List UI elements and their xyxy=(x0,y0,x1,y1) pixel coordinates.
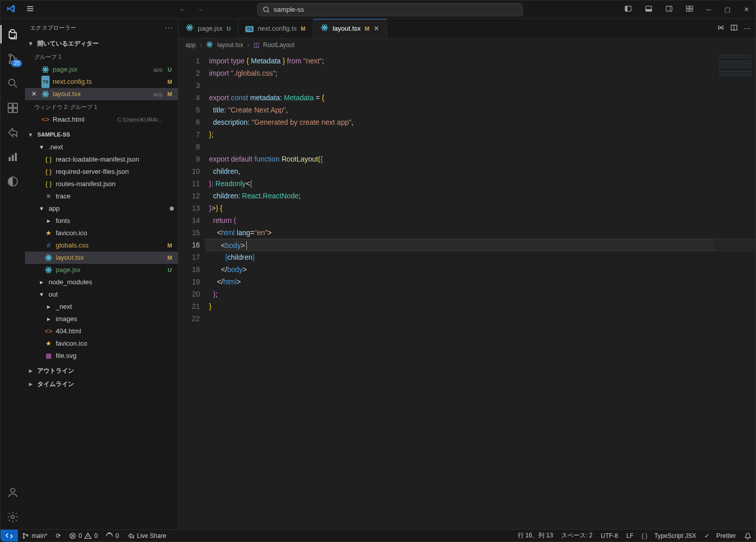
more-actions-button[interactable]: ⋯ xyxy=(744,25,750,32)
code-line[interactable]: export const metadata: Metadata = { xyxy=(205,92,755,104)
activity-account[interactable] xyxy=(1,480,25,505)
window-close-button[interactable]: ✕ xyxy=(740,4,753,15)
code-line[interactable]: }: Readonly<{ xyxy=(205,177,755,190)
open-editor-item[interactable]: page.jsxappU xyxy=(25,63,178,76)
editor-tab[interactable]: page.jsxU xyxy=(178,19,238,38)
layout-left-icon[interactable] xyxy=(621,3,636,16)
code-line[interactable]: {children} xyxy=(205,251,755,263)
folder-item[interactable]: ▸images xyxy=(25,313,178,325)
open-editor-item[interactable]: TSnext.config.tsM xyxy=(25,76,178,88)
sidebar-more-button[interactable]: ⋯ xyxy=(165,23,173,33)
symbol-icon: ◫ xyxy=(254,41,259,49)
folder-item[interactable]: ▸_next xyxy=(25,301,178,313)
folder-item[interactable]: ▸fonts xyxy=(25,215,178,227)
open-editor-item[interactable]: ✕layout.tsxappM xyxy=(25,88,178,100)
svg-point-22 xyxy=(11,488,15,492)
file-item[interactable]: { }routes-manifest.json xyxy=(25,178,178,190)
compare-changes-button[interactable] xyxy=(717,24,724,33)
react-icon xyxy=(44,254,53,262)
nav-back-button[interactable]: ← xyxy=(175,5,190,14)
code-line[interactable] xyxy=(205,141,755,153)
command-center-search[interactable]: sample-ss xyxy=(257,3,523,16)
file-item[interactable]: <>404.html xyxy=(25,325,178,337)
activity-explorer[interactable] xyxy=(1,22,25,47)
file-item[interactable]: ★favicon.ico xyxy=(25,227,178,239)
encoding-status[interactable]: UTF-8 xyxy=(597,530,622,541)
code-line[interactable] xyxy=(205,312,755,325)
activity-liveshare[interactable] xyxy=(1,120,25,145)
code-line[interactable]: </body> xyxy=(205,263,755,276)
activity-extensions[interactable] xyxy=(1,96,25,120)
outline-header[interactable]: ▸アウトライン xyxy=(25,364,178,377)
file-item[interactable]: layout.tsxM xyxy=(25,252,178,264)
code-line[interactable]: </html> xyxy=(205,276,755,288)
liveshare-status[interactable]: Live Share xyxy=(123,530,170,541)
split-editor-button[interactable] xyxy=(730,24,738,33)
react-icon xyxy=(186,24,194,33)
dirty-dot-icon xyxy=(170,207,174,211)
file-item[interactable]: #globals.cssM xyxy=(25,239,178,252)
code-line[interactable]: import "./globals.css"; xyxy=(205,67,755,79)
open-editors-header[interactable]: ▾開いているエディター xyxy=(25,37,178,50)
timeline-header[interactable]: ▸タイムライン xyxy=(25,377,178,391)
open-editor-item[interactable]: <>React.htmlC:\Users\KURA\... xyxy=(25,114,178,126)
prettier-status[interactable]: ✓ Prettier xyxy=(700,530,740,541)
window-minimize-button[interactable]: ─ xyxy=(702,4,715,15)
minimap[interactable] xyxy=(715,52,755,529)
activity-source-control[interactable]: 20 xyxy=(1,47,25,71)
close-tab-button[interactable]: ✕ xyxy=(374,25,379,32)
layout-bottom-icon[interactable] xyxy=(641,3,656,16)
code-line[interactable]: children, xyxy=(205,165,755,177)
sync-status[interactable]: ⟳ xyxy=(52,530,65,541)
layout-custom-icon[interactable] xyxy=(682,3,697,16)
code-line[interactable]: import type { Metadata } from "next"; xyxy=(205,55,755,67)
breadcrumb-item[interactable]: layout.tsx xyxy=(217,41,243,49)
file-item[interactable]: page.jsxU xyxy=(25,264,178,276)
activity-graph[interactable] xyxy=(1,145,25,169)
code-line[interactable]: <body> xyxy=(205,239,755,251)
code-line[interactable]: export default function RootLayout({ xyxy=(205,153,755,165)
activity-settings[interactable] xyxy=(1,505,25,529)
nav-forward-button[interactable]: → xyxy=(192,5,207,14)
problems-status[interactable]: 0 0 xyxy=(65,530,102,541)
file-item[interactable]: ≡trace xyxy=(25,190,178,202)
indent-status[interactable]: スペース: 2 xyxy=(557,530,597,541)
folder-item[interactable]: ▸node_modules xyxy=(25,276,178,288)
code-line[interactable]: description: "Generated by create next a… xyxy=(205,116,755,128)
eol-status[interactable]: LF xyxy=(622,530,637,541)
notifications-button[interactable] xyxy=(740,530,755,541)
code-line[interactable]: }>) { xyxy=(205,202,755,214)
code-line[interactable]: title: "Create Next App", xyxy=(205,104,755,116)
code-line[interactable]: return ( xyxy=(205,214,755,227)
project-header[interactable]: ▾SAMPLE-SS xyxy=(25,128,178,141)
file-item[interactable]: { }react-loadable-manifest.json xyxy=(25,153,178,166)
code-line[interactable]: children: React.ReactNode; xyxy=(205,190,755,202)
layout-right-icon[interactable] xyxy=(661,3,677,16)
activity-kite[interactable] xyxy=(1,169,25,194)
file-item[interactable]: ▦file.svg xyxy=(25,350,178,362)
code-line[interactable]: <html lang="en"> xyxy=(205,227,755,239)
file-item[interactable]: { }required-server-files.json xyxy=(25,166,178,178)
breadcrumb-item[interactable]: app xyxy=(186,41,196,49)
breadcrumb-item[interactable]: RootLayout xyxy=(263,41,294,49)
folder-item[interactable]: ▾app xyxy=(25,202,178,215)
code-line[interactable]: ); xyxy=(205,288,755,300)
branch-status[interactable]: main* xyxy=(18,530,52,541)
file-item[interactable]: ★favicon.ico xyxy=(25,337,178,350)
folder-item[interactable]: ▾.next xyxy=(25,141,178,153)
activity-search[interactable] xyxy=(1,71,25,96)
folder-item[interactable]: ▾out xyxy=(25,288,178,301)
remote-button[interactable] xyxy=(1,530,18,541)
code-line[interactable]: } xyxy=(205,300,755,312)
cursor-position[interactable]: 行 16、列 13 xyxy=(514,530,557,541)
language-status[interactable]: { } TypeScript JSX xyxy=(637,530,700,541)
ports-status[interactable]: 0 xyxy=(102,530,123,541)
svg-point-36 xyxy=(48,269,50,271)
html-icon: <> xyxy=(41,116,50,124)
editor-tab[interactable]: TSnext.config.tsM xyxy=(238,19,313,38)
code-line[interactable] xyxy=(205,79,755,92)
menu-button[interactable] xyxy=(22,3,38,16)
editor-tab[interactable]: layout.tsxM✕ xyxy=(313,19,387,38)
window-maximize-button[interactable]: ▢ xyxy=(720,4,735,15)
code-line[interactable]: }; xyxy=(205,128,755,141)
